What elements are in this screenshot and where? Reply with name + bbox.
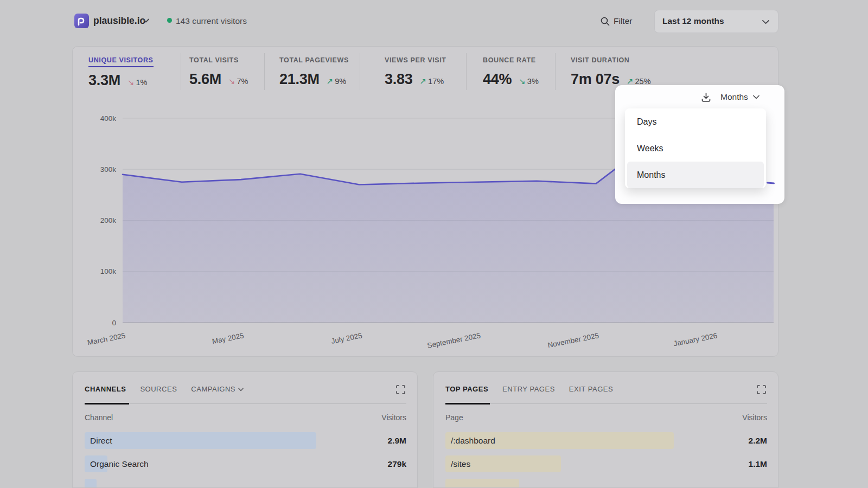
row-value: 279k: [388, 455, 406, 472]
svg-text:September 2025: September 2025: [426, 331, 481, 350]
svg-text:July 2025: July 2025: [330, 331, 363, 345]
download-icon[interactable]: [701, 92, 711, 102]
tab-campaigns[interactable]: CAMPAIGNS: [191, 385, 244, 393]
svg-text:100k: 100k: [100, 267, 117, 275]
expand-icon[interactable]: [757, 385, 766, 394]
current-visitors-count[interactable]: 143 current visitors: [176, 16, 247, 26]
row-bar: [85, 479, 97, 488]
interval-dropdown-trigger[interactable]: Months: [701, 90, 760, 104]
menu-item-days[interactable]: Days: [625, 108, 766, 135]
chevron-down-icon: [762, 20, 769, 24]
table-row-partial[interactable]: [445, 479, 767, 488]
row-value: 2.2M: [749, 432, 767, 449]
chevron-down-icon: [753, 95, 760, 99]
site-name[interactable]: plausible.io: [93, 15, 145, 27]
row-name[interactable]: /:dashboard: [451, 432, 495, 449]
table-row[interactable]: /:dashboard 2.2M: [445, 432, 767, 449]
row-name[interactable]: Direct: [90, 432, 112, 449]
channels-panel: CHANNELS SOURCES CAMPAIGNS Channel Visit…: [72, 371, 418, 488]
svg-text:November 2025: November 2025: [547, 331, 599, 349]
row-name[interactable]: Organic Search: [90, 455, 149, 472]
chevron-down-icon: [238, 385, 244, 393]
tab-sources[interactable]: SOURCES: [140, 385, 177, 393]
tab-entry-pages[interactable]: ENTRY PAGES: [502, 385, 555, 393]
tabs-divider: [445, 403, 767, 404]
svg-text:200k: 200k: [100, 216, 117, 224]
svg-text:January 2026: January 2026: [673, 331, 718, 348]
column-header-visitors: Visitors: [742, 413, 767, 422]
tab-exit-pages[interactable]: EXIT PAGES: [569, 385, 613, 393]
plausible-logo: [74, 14, 89, 28]
date-range-dropdown[interactable]: Last 12 months: [654, 10, 778, 33]
active-tab-underline: [445, 403, 490, 404]
date-range-value: Last 12 months: [662, 16, 724, 26]
svg-text:300k: 300k: [100, 165, 117, 174]
tabs-divider: [85, 403, 406, 404]
row-value: 2.9M: [388, 432, 406, 449]
tab-channels[interactable]: CHANNELS: [85, 385, 126, 393]
search-icon[interactable]: [600, 16, 610, 27]
expand-icon[interactable]: [396, 385, 405, 394]
interval-menu: Days Weeks Months: [625, 108, 766, 188]
table-row[interactable]: Organic Search 279k: [85, 455, 406, 472]
column-header-visitors: Visitors: [381, 413, 406, 422]
pages-panel: TOP PAGES ENTRY PAGES EXIT PAGES Page Vi…: [433, 371, 778, 488]
row-bar: [445, 479, 519, 488]
table-row[interactable]: Direct 2.9M: [85, 432, 406, 449]
table-row[interactable]: /sites 1.1M: [445, 455, 767, 472]
svg-text:March 2025: March 2025: [87, 331, 126, 346]
svg-text:400k: 400k: [100, 114, 117, 123]
menu-item-weeks[interactable]: Weeks: [625, 135, 766, 162]
tab-top-pages[interactable]: TOP PAGES: [445, 385, 488, 393]
row-bar: [85, 432, 316, 449]
table-row-partial[interactable]: [85, 479, 406, 488]
site-switcher-chevron-icon[interactable]: [143, 18, 149, 23]
interval-selected-label: Months: [720, 92, 748, 102]
svg-text:0: 0: [112, 319, 116, 327]
menu-item-months[interactable]: Months: [627, 162, 764, 188]
column-header-page: Page: [445, 413, 463, 422]
live-visitors-dot-icon: [167, 18, 172, 23]
row-value: 1.1M: [749, 455, 767, 472]
active-tab-underline: [85, 403, 129, 404]
filter-button[interactable]: Filter: [614, 16, 632, 26]
svg-text:May 2025: May 2025: [212, 331, 245, 345]
row-name[interactable]: /sites: [451, 455, 470, 472]
column-header-channel: Channel: [85, 413, 113, 422]
